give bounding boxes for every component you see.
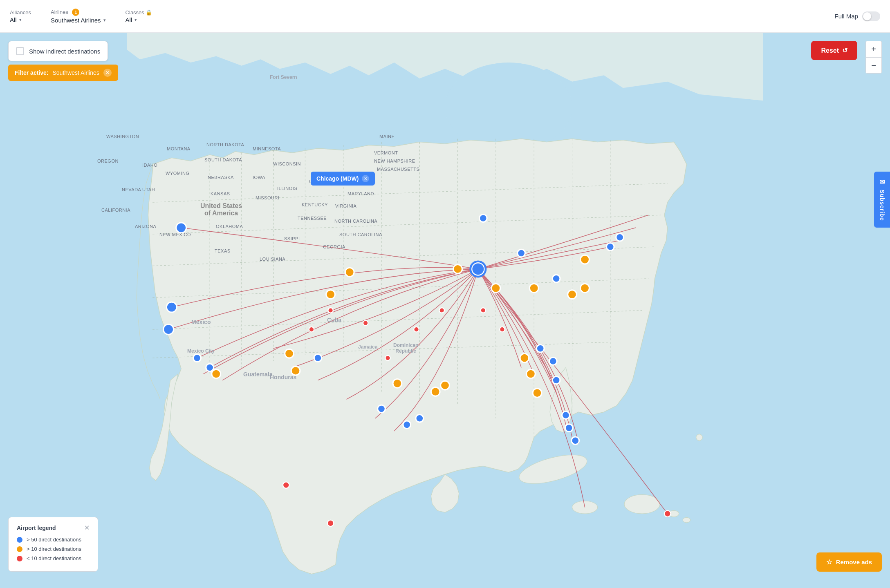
airlines-badge: 1 (72, 9, 79, 16)
svg-point-49 (549, 358, 557, 365)
airlines-label: Airlines 1 (51, 9, 106, 16)
svg-point-46 (206, 364, 214, 371)
svg-point-79 (473, 264, 483, 274)
legend-item-blue: > 50 direct destinations (17, 537, 90, 543)
legend-item-orange: > 10 direct destinations (17, 546, 90, 552)
svg-point-36 (616, 233, 624, 241)
svg-point-34 (518, 249, 525, 257)
svg-point-44 (378, 405, 386, 413)
zoom-in-button[interactable]: + (865, 41, 882, 57)
chicago-tooltip-text: Chicago (MDW) (316, 175, 359, 182)
subscribe-button[interactable]: ✉ Subscribe (874, 172, 890, 228)
legend-header: Airport legend ✕ (17, 524, 90, 532)
svg-point-60 (527, 369, 536, 378)
svg-point-75 (439, 308, 444, 313)
svg-point-37 (552, 275, 560, 282)
legend-dot-orange (17, 546, 22, 552)
subscribe-label: Subscribe (879, 190, 886, 221)
svg-point-70 (363, 320, 368, 325)
alliances-label: Alliances (10, 9, 31, 16)
airlines-chevron-icon: ▾ (103, 18, 106, 23)
tooltip-close-button[interactable]: ✕ (362, 175, 369, 182)
svg-point-59 (520, 353, 529, 362)
svg-point-7 (624, 494, 660, 514)
lock-icon: 🔒 (146, 9, 152, 16)
legend-title: Airport legend (17, 525, 56, 531)
svg-point-42 (416, 415, 424, 423)
reset-label: Reset (821, 47, 839, 54)
chicago-tooltip: Chicago (MDW) ✕ (311, 172, 375, 186)
svg-point-56 (568, 290, 577, 299)
svg-point-68 (283, 482, 289, 488)
toggle-knob (863, 12, 871, 20)
legend-dot-red (17, 556, 22, 561)
toggle-switch[interactable] (862, 11, 880, 21)
airlines-value[interactable]: Southwest Airlines ▾ (51, 17, 106, 24)
svg-point-30 (176, 223, 186, 233)
svg-point-48 (536, 344, 544, 352)
svg-point-72 (309, 327, 314, 332)
mail-icon: ✉ (878, 178, 886, 186)
show-indirect-label: Show indirect destinations (29, 48, 100, 55)
filter-active-close-button[interactable]: ✕ (103, 69, 112, 77)
svg-point-58 (581, 255, 590, 264)
svg-point-66 (212, 369, 221, 378)
svg-point-43 (403, 421, 411, 429)
classes-filter[interactable]: Classes 🔒 All ▾ (126, 9, 152, 23)
reset-icon: ↺ (842, 47, 847, 54)
map[interactable]: WASHINGTON OREGON CALIFORNIA NEVADA IDAH… (0, 33, 890, 588)
svg-point-40 (565, 424, 573, 432)
filter-active-badge: Filter active: Southwest Airlines ✕ (8, 65, 118, 81)
indirect-checkbox[interactable] (16, 47, 24, 55)
zoom-out-button[interactable]: − (865, 57, 882, 74)
alliances-value[interactable]: All ▾ (10, 16, 31, 23)
filter-active-text: Filter active: (15, 69, 48, 76)
legend-dot-blue (17, 537, 22, 543)
svg-point-41 (572, 437, 579, 445)
star-icon: ☆ (826, 558, 832, 566)
classes-chevron-icon: ▾ (135, 17, 137, 22)
full-map-toggle[interactable]: Full Map (834, 11, 880, 21)
svg-point-6 (572, 501, 598, 514)
svg-point-74 (414, 327, 419, 332)
svg-point-38 (552, 376, 560, 384)
legend-label-orange: > 10 direct destinations (27, 546, 81, 552)
header: Alliances All ▾ Airlines 1 Southwest Air… (0, 0, 890, 33)
legend-label-blue: > 50 direct destinations (27, 537, 81, 543)
reset-button[interactable]: Reset ↺ (811, 41, 857, 60)
legend-item-red: < 10 direct destinations (17, 555, 90, 561)
airport-legend: Airport legend ✕ > 50 direct destination… (8, 517, 98, 572)
alliances-filter[interactable]: Alliances All ▾ (10, 9, 31, 23)
svg-point-47 (193, 354, 201, 362)
zoom-controls: + − (865, 41, 882, 74)
remove-ads-label: Remove ads (836, 559, 872, 566)
svg-point-63 (431, 387, 440, 396)
svg-point-45 (314, 354, 322, 362)
svg-point-67 (327, 520, 334, 527)
svg-point-52 (326, 290, 335, 299)
legend-close-button[interactable]: ✕ (84, 524, 90, 532)
svg-point-33 (479, 215, 487, 222)
svg-point-54 (491, 284, 500, 293)
show-indirect-toggle[interactable]: Show indirect destinations (8, 41, 108, 61)
svg-point-10 (696, 434, 703, 441)
svg-point-9 (683, 517, 690, 522)
remove-ads-button[interactable]: ☆ Remove ads (816, 552, 882, 572)
airlines-filter[interactable]: Airlines 1 Southwest Airlines ▾ (51, 9, 106, 24)
svg-point-77 (500, 327, 504, 332)
svg-point-1 (445, 63, 572, 152)
svg-point-64 (393, 379, 402, 388)
svg-point-69 (664, 510, 671, 517)
svg-point-51 (345, 268, 354, 277)
svg-point-55 (529, 284, 538, 293)
filter-active-value: Southwest Airlines (52, 69, 99, 76)
svg-point-39 (562, 411, 570, 419)
classes-value[interactable]: All ▾ (126, 16, 152, 23)
classes-label: Classes 🔒 (126, 9, 152, 16)
svg-point-71 (328, 308, 333, 313)
svg-point-57 (581, 284, 590, 293)
svg-point-50 (291, 366, 300, 375)
svg-point-31 (166, 302, 177, 312)
svg-point-76 (481, 308, 486, 313)
svg-point-53 (453, 265, 462, 274)
